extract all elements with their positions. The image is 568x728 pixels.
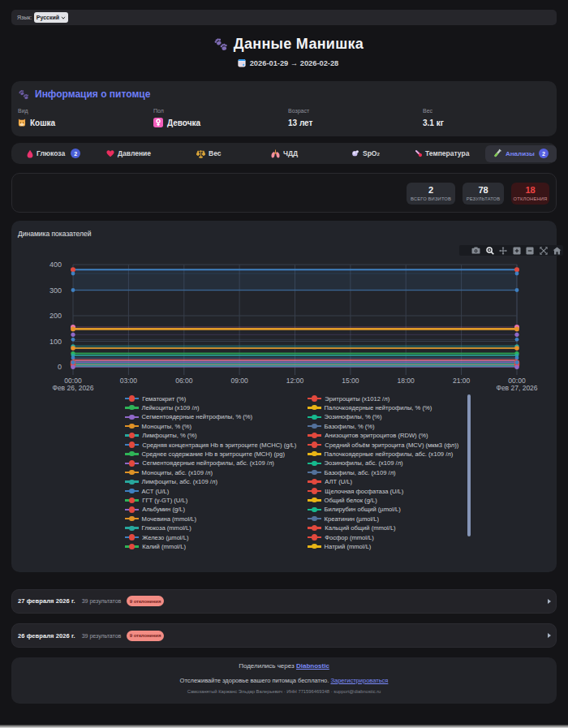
svg-text:400: 400: [49, 261, 62, 269]
svg-text:300: 300: [49, 286, 62, 295]
svg-text:200: 200: [49, 312, 62, 320]
svg-text:18:00: 18:00: [398, 377, 415, 385]
svg-text:09:00: 09:00: [230, 377, 248, 385]
svg-text:12:00: 12:00: [286, 377, 304, 385]
svg-text:00:00: 00:00: [508, 377, 526, 385]
svg-text:03:00: 03:00: [120, 377, 138, 385]
svg-text:15:00: 15:00: [342, 377, 359, 385]
svg-text:Фев 27, 2026: Фев 27, 2026: [496, 384, 537, 392]
svg-text:06:00: 06:00: [175, 377, 193, 385]
svg-text:100: 100: [49, 338, 62, 346]
svg-text:00:00: 00:00: [64, 377, 82, 385]
svg-text:Фев 26, 2026: Фев 26, 2026: [52, 384, 93, 392]
svg-text:0: 0: [58, 363, 62, 371]
svg-text:21:00: 21:00: [453, 377, 471, 385]
